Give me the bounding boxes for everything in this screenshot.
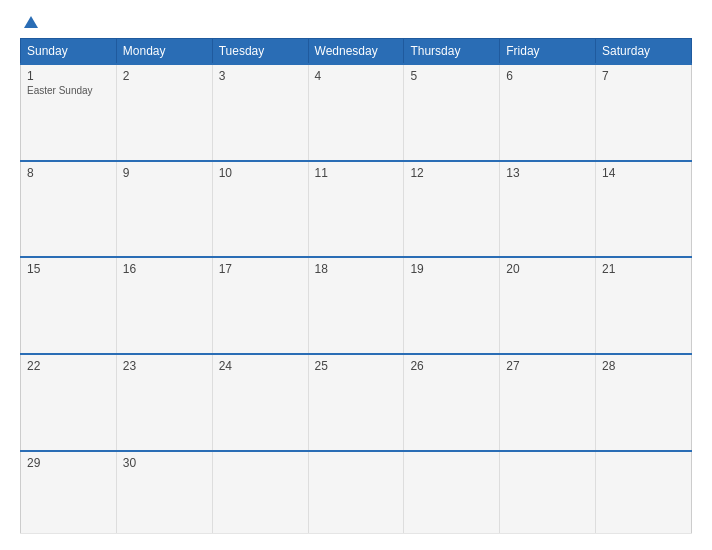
calendar-cell-week3-day0: 15 xyxy=(21,257,117,354)
week-row-1: 1Easter Sunday234567 xyxy=(21,64,692,161)
calendar-cell-week1-day4: 5 xyxy=(404,64,500,161)
calendar-cell-week4-day0: 22 xyxy=(21,354,117,451)
calendar-cell-week4-day3: 25 xyxy=(308,354,404,451)
week-row-5: 2930 xyxy=(21,451,692,534)
calendar-cell-week5-day6 xyxy=(596,451,692,534)
calendar-cell-week4-day5: 27 xyxy=(500,354,596,451)
calendar-cell-week3-day6: 21 xyxy=(596,257,692,354)
calendar-cell-week5-day4 xyxy=(404,451,500,534)
calendar-cell-week1-day6: 7 xyxy=(596,64,692,161)
day-number: 10 xyxy=(219,166,302,180)
day-number: 17 xyxy=(219,262,302,276)
day-number: 26 xyxy=(410,359,493,373)
calendar-header xyxy=(20,16,692,28)
calendar-cell-week5-day3 xyxy=(308,451,404,534)
day-number: 12 xyxy=(410,166,493,180)
calendar-cell-week4-day4: 26 xyxy=(404,354,500,451)
week-row-4: 22232425262728 xyxy=(21,354,692,451)
weekday-header-sunday: Sunday xyxy=(21,39,117,65)
day-number: 13 xyxy=(506,166,589,180)
calendar-cell-week3-day2: 17 xyxy=(212,257,308,354)
day-number: 28 xyxy=(602,359,685,373)
day-number: 27 xyxy=(506,359,589,373)
weekday-header-friday: Friday xyxy=(500,39,596,65)
day-number: 14 xyxy=(602,166,685,180)
weekday-header-monday: Monday xyxy=(116,39,212,65)
calendar-cell-week2-day2: 10 xyxy=(212,161,308,258)
weekday-header-row: SundayMondayTuesdayWednesdayThursdayFrid… xyxy=(21,39,692,65)
day-number: 16 xyxy=(123,262,206,276)
day-number: 6 xyxy=(506,69,589,83)
logo-triangle-icon xyxy=(24,16,38,28)
calendar-cell-week5-day1: 30 xyxy=(116,451,212,534)
week-row-3: 15161718192021 xyxy=(21,257,692,354)
day-number: 22 xyxy=(27,359,110,373)
day-number: 21 xyxy=(602,262,685,276)
day-number: 8 xyxy=(27,166,110,180)
day-number: 11 xyxy=(315,166,398,180)
day-number: 23 xyxy=(123,359,206,373)
calendar-cell-week3-day5: 20 xyxy=(500,257,596,354)
weekday-header-wednesday: Wednesday xyxy=(308,39,404,65)
weekday-header-saturday: Saturday xyxy=(596,39,692,65)
calendar-table: SundayMondayTuesdayWednesdayThursdayFrid… xyxy=(20,38,692,534)
calendar-cell-week1-day1: 2 xyxy=(116,64,212,161)
day-number: 30 xyxy=(123,456,206,470)
day-number: 19 xyxy=(410,262,493,276)
holiday-label: Easter Sunday xyxy=(27,85,110,96)
calendar-cell-week5-day5 xyxy=(500,451,596,534)
day-number: 25 xyxy=(315,359,398,373)
day-number: 4 xyxy=(315,69,398,83)
day-number: 18 xyxy=(315,262,398,276)
calendar-cell-week2-day6: 14 xyxy=(596,161,692,258)
weekday-header-thursday: Thursday xyxy=(404,39,500,65)
calendar-cell-week5-day2 xyxy=(212,451,308,534)
week-row-2: 891011121314 xyxy=(21,161,692,258)
calendar-cell-week4-day6: 28 xyxy=(596,354,692,451)
calendar-cell-week4-day2: 24 xyxy=(212,354,308,451)
calendar-cell-week2-day1: 9 xyxy=(116,161,212,258)
calendar-cell-week1-day5: 6 xyxy=(500,64,596,161)
day-number: 1 xyxy=(27,69,110,83)
day-number: 5 xyxy=(410,69,493,83)
day-number: 20 xyxy=(506,262,589,276)
day-number: 15 xyxy=(27,262,110,276)
calendar-cell-week2-day4: 12 xyxy=(404,161,500,258)
day-number: 7 xyxy=(602,69,685,83)
calendar-cell-week3-day3: 18 xyxy=(308,257,404,354)
calendar-cell-week1-day0: 1Easter Sunday xyxy=(21,64,117,161)
calendar-cell-week1-day2: 3 xyxy=(212,64,308,161)
day-number: 3 xyxy=(219,69,302,83)
calendar-cell-week2-day3: 11 xyxy=(308,161,404,258)
calendar-cell-week3-day4: 19 xyxy=(404,257,500,354)
day-number: 29 xyxy=(27,456,110,470)
day-number: 2 xyxy=(123,69,206,83)
calendar-cell-week3-day1: 16 xyxy=(116,257,212,354)
calendar-cell-week4-day1: 23 xyxy=(116,354,212,451)
calendar-cell-week1-day3: 4 xyxy=(308,64,404,161)
day-number: 9 xyxy=(123,166,206,180)
calendar-cell-week2-day0: 8 xyxy=(21,161,117,258)
weekday-header-tuesday: Tuesday xyxy=(212,39,308,65)
calendar-cell-week5-day0: 29 xyxy=(21,451,117,534)
logo xyxy=(20,16,42,28)
day-number: 24 xyxy=(219,359,302,373)
calendar-cell-week2-day5: 13 xyxy=(500,161,596,258)
